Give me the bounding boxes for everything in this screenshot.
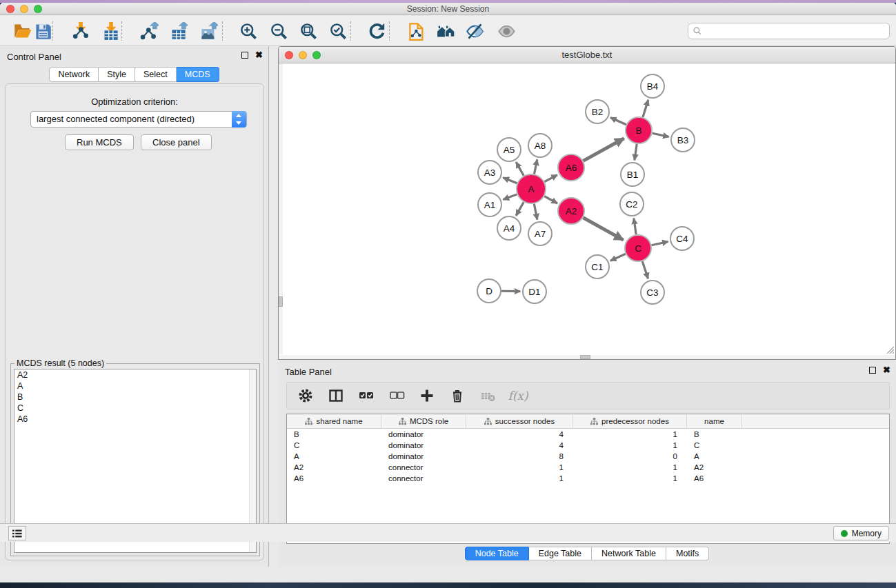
- mcds-result-item[interactable]: A: [14, 381, 256, 392]
- node-C4[interactable]: C4: [670, 227, 694, 250]
- float-panel-icon[interactable]: [241, 52, 248, 59]
- cell-successor-nodes[interactable]: 8: [466, 451, 573, 462]
- column-header-shared-name[interactable]: shared name: [287, 414, 381, 428]
- close-panel-icon[interactable]: ✖: [255, 52, 263, 59]
- close-table-panel-icon[interactable]: ✖: [883, 367, 890, 374]
- gear-icon[interactable]: [294, 385, 317, 406]
- edge-C-C3[interactable]: [642, 261, 648, 278]
- cell-shared-name[interactable]: A6: [287, 473, 381, 484]
- node-A2[interactable]: A2: [558, 198, 584, 224]
- edge-B-B4[interactable]: [643, 100, 648, 117]
- mcds-result-item[interactable]: B: [14, 392, 256, 403]
- node-B2[interactable]: B2: [586, 100, 609, 123]
- column-header-name[interactable]: name: [687, 414, 742, 428]
- cell-name[interactable]: A: [687, 451, 742, 462]
- column-header-successor-nodes[interactable]: successor nodes: [466, 414, 573, 428]
- cell-MCDS-role[interactable]: connector: [381, 473, 466, 484]
- edge-A6-B[interactable]: [584, 139, 624, 161]
- cell-shared-name[interactable]: B: [287, 429, 381, 440]
- tab-mcds[interactable]: MCDS: [177, 67, 219, 82]
- edge-A-A3[interactable]: [503, 178, 517, 183]
- edge-A-A1[interactable]: [503, 194, 517, 200]
- node-A4[interactable]: A4: [497, 216, 521, 240]
- cell-successor-nodes[interactable]: 1: [466, 462, 573, 473]
- node-B[interactable]: B: [626, 117, 652, 143]
- cell-predecessor-nodes[interactable]: 1: [573, 429, 687, 440]
- add-column-icon[interactable]: [415, 385, 439, 406]
- network-window-titlebar[interactable]: testGlobe.txt: [279, 47, 895, 63]
- cell-shared-name[interactable]: C: [287, 440, 381, 451]
- cell-name[interactable]: C: [687, 440, 742, 451]
- network-canvas[interactable]: B4B2BB3A5A8A6A3B1AA1C2A2A4A7C4CC1DD1C3: [279, 63, 895, 359]
- edge-B-B2[interactable]: [610, 118, 626, 125]
- node-D[interactable]: D: [477, 279, 501, 303]
- table-header-row[interactable]: shared nameMCDS rolesuccessor nodesprede…: [287, 414, 889, 429]
- edge-A-A6[interactable]: [544, 175, 557, 182]
- table-row[interactable]: Bdominator41B: [287, 429, 889, 440]
- cell-MCDS-role[interactable]: dominator: [381, 451, 466, 462]
- run-mcds-button[interactable]: Run MCDS: [65, 134, 134, 150]
- edge-A-A2[interactable]: [544, 196, 557, 203]
- node-C1[interactable]: C1: [586, 255, 609, 278]
- split-view-icon[interactable]: [324, 385, 348, 406]
- node-A[interactable]: A: [517, 174, 546, 203]
- cell-successor-nodes[interactable]: 4: [466, 429, 573, 440]
- edge-B-B3[interactable]: [653, 133, 669, 136]
- edge-C-C2[interactable]: [634, 219, 636, 235]
- table-row[interactable]: Adominator80A: [287, 451, 889, 462]
- mcds-result-item[interactable]: A6: [14, 414, 256, 425]
- table-row[interactable]: A2connector11A2: [287, 462, 889, 473]
- float-table-panel-icon[interactable]: [869, 367, 876, 374]
- cell-MCDS-role[interactable]: dominator: [381, 440, 466, 451]
- mcds-result-item[interactable]: C: [14, 403, 256, 414]
- select-all-icon[interactable]: [355, 385, 378, 406]
- delete-column-icon[interactable]: [446, 385, 469, 406]
- cell-successor-nodes[interactable]: 4: [466, 440, 573, 451]
- cell-shared-name[interactable]: A2: [287, 462, 381, 473]
- tab-select[interactable]: Select: [135, 67, 177, 82]
- edge-A2-C[interactable]: [583, 218, 623, 240]
- cell-shared-name[interactable]: A: [287, 451, 381, 462]
- column-header-MCDS-role[interactable]: MCDS role: [381, 414, 466, 428]
- tab-network[interactable]: Network: [49, 67, 99, 82]
- node-A7[interactable]: A7: [528, 222, 552, 245]
- cell-name[interactable]: B: [687, 429, 742, 440]
- network-vertical-scrollbar[interactable]: [279, 63, 283, 354]
- cell-MCDS-role[interactable]: connector: [381, 462, 466, 473]
- node-C[interactable]: C: [625, 235, 651, 261]
- cell-predecessor-nodes[interactable]: 1: [573, 440, 687, 451]
- node-D1[interactable]: D1: [523, 280, 546, 303]
- cell-name[interactable]: A2: [687, 462, 742, 473]
- edge-B-B1[interactable]: [635, 144, 637, 161]
- memory-button[interactable]: Memory: [833, 526, 889, 540]
- node-B3[interactable]: B3: [671, 128, 695, 152]
- column-header-predecessor-nodes[interactable]: predecessor nodes: [573, 414, 687, 428]
- deselect-all-icon[interactable]: [385, 385, 408, 406]
- node-A1[interactable]: A1: [478, 193, 501, 216]
- node-A3[interactable]: A3: [478, 161, 501, 184]
- node-C2[interactable]: C2: [620, 192, 644, 216]
- tab-edge-table[interactable]: Edge Table: [529, 547, 592, 560]
- table-row[interactable]: A6connector11A6: [287, 473, 889, 484]
- node-A6[interactable]: A6: [558, 154, 584, 181]
- edge-C-C4[interactable]: [652, 241, 668, 245]
- cell-predecessor-nodes[interactable]: 1: [573, 473, 687, 484]
- mcds-result-item[interactable]: A2: [14, 369, 256, 381]
- cell-MCDS-role[interactable]: dominator: [381, 429, 466, 440]
- cell-name[interactable]: A6: [687, 473, 742, 484]
- node-C3[interactable]: C3: [641, 281, 664, 304]
- node-A8[interactable]: A8: [528, 134, 552, 157]
- tab-node-table[interactable]: Node Table: [465, 547, 529, 560]
- resize-grip-icon[interactable]: [884, 344, 894, 354]
- close-panel-button[interactable]: Close panel: [141, 134, 212, 150]
- table-row[interactable]: Cdominator41C: [287, 440, 889, 451]
- panel-list-button[interactable]: [8, 526, 26, 540]
- cell-predecessor-nodes[interactable]: 0: [573, 451, 687, 462]
- node-B1[interactable]: B1: [621, 163, 644, 186]
- tab-network-table[interactable]: Network Table: [592, 547, 666, 560]
- edge-A-A5[interactable]: [516, 162, 524, 176]
- network-horizontal-scrollbar[interactable]: [279, 355, 895, 359]
- edge-A-A7[interactable]: [534, 204, 537, 220]
- edge-A-A4[interactable]: [516, 202, 524, 216]
- node-B4[interactable]: B4: [641, 74, 664, 98]
